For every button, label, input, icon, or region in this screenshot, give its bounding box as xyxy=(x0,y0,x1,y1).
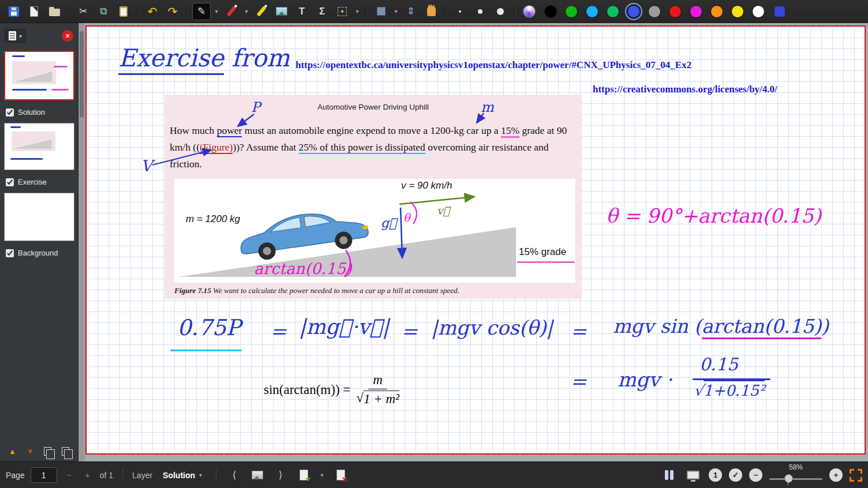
delete-page-icon xyxy=(336,470,345,481)
page-decrement-button[interactable]: − xyxy=(63,469,76,482)
scroll-down-button[interactable]: ▼ xyxy=(23,444,38,458)
paste-button[interactable] xyxy=(114,3,133,20)
page-thumbnail-current[interactable] xyxy=(4,51,74,100)
cut-button[interactable]: ✂ xyxy=(74,3,92,20)
vertical-scrollbar[interactable] xyxy=(78,23,85,461)
paired-pages-button[interactable] xyxy=(660,467,678,484)
layer-thumbnail-exercise[interactable] xyxy=(4,193,74,241)
new-document-button[interactable] xyxy=(25,3,43,20)
color-swatch-blue[interactable] xyxy=(627,5,640,18)
source-url-link[interactable]: https://opentextbc.ca/universityphysicsv… xyxy=(295,59,691,71)
pen-tool-button[interactable]: ✎ xyxy=(192,3,211,20)
select-tool-button[interactable]: ✦ xyxy=(333,3,351,20)
zoom-in-button[interactable]: + xyxy=(829,468,843,482)
hw-eq-term-3b-underlined: arctan(0.15) xyxy=(702,315,821,339)
color-swatch-light-blue[interactable] xyxy=(586,5,598,18)
color-swatch-magenta[interactable] xyxy=(690,5,702,18)
layer-thumbnail-solution[interactable] xyxy=(4,123,74,170)
next-annotated-page-button[interactable]: ⟩ xyxy=(272,467,289,484)
copy-page-button[interactable] xyxy=(40,444,55,458)
toolbar-separator xyxy=(366,4,367,19)
move-page-button[interactable] xyxy=(58,444,73,458)
previous-annotated-page-button[interactable]: ⟨ xyxy=(226,467,243,484)
open-file-button[interactable] xyxy=(45,3,63,20)
color-swatch-yellow[interactable] xyxy=(731,5,744,18)
layer-exercise-checkbox[interactable] xyxy=(6,178,14,186)
color-picker-button[interactable] xyxy=(520,3,538,20)
scroll-up-button[interactable]: ▲ xyxy=(5,444,20,458)
delete-page-button[interactable] xyxy=(332,467,349,484)
math-tex-tool-button[interactable]: Σ xyxy=(313,3,331,20)
fullscreen-button[interactable] xyxy=(850,469,862,482)
highlighter-tool-dropdown[interactable]: ▾ xyxy=(242,3,250,20)
color-swatch-teal-green[interactable] xyxy=(607,5,619,18)
thickness-thick-button[interactable] xyxy=(491,3,510,20)
color-swatch-red[interactable] xyxy=(669,5,682,18)
radicand: 1 + m² xyxy=(364,391,399,407)
close-sidebar-button[interactable]: ✕ xyxy=(62,30,73,42)
chevron-down-icon: ▾ xyxy=(356,8,358,14)
zoom-slider-handle[interactable] xyxy=(784,474,793,483)
hw-eq-term-3a: mgv sin ( xyxy=(613,315,702,337)
color-swatch-gray[interactable] xyxy=(648,5,661,18)
hw-eq-equals-2: = xyxy=(401,320,418,343)
custom-color-button[interactable] xyxy=(770,3,789,20)
highlighter-tool-button[interactable] xyxy=(222,3,241,20)
zoom-slider-track[interactable] xyxy=(769,478,822,480)
zoom-100-icon: 1 xyxy=(713,471,717,479)
license-url-link[interactable]: https://creativecommons.org/licenses/by/… xyxy=(593,84,777,95)
image-tool-button[interactable] xyxy=(272,3,291,20)
color-swatch-orange[interactable] xyxy=(710,5,723,18)
add-page-button[interactable] xyxy=(295,467,312,484)
thickness-medium-button[interactable] xyxy=(471,3,489,20)
eraser-tool-button[interactable] xyxy=(252,3,271,20)
hw-radical-symbol: √ xyxy=(694,382,704,399)
layer-background-checkbox[interactable] xyxy=(6,249,14,257)
redo-button[interactable]: ↷ xyxy=(163,3,182,20)
page-number-input[interactable] xyxy=(31,467,57,483)
chevron-down-icon: ▾ xyxy=(394,8,397,14)
move-page-icon xyxy=(62,447,69,456)
presentation-mode-button[interactable] xyxy=(684,467,702,484)
layer-row-background[interactable]: Background xyxy=(0,245,78,261)
add-page-dropdown[interactable]: ▾ xyxy=(318,467,326,484)
toolbar-separator xyxy=(137,4,139,19)
handwritten-title-word2: from xyxy=(231,44,290,72)
default-tool-button[interactable] xyxy=(249,467,266,484)
scrollbar-thumb[interactable] xyxy=(80,31,84,118)
layer-row-exercise[interactable]: Exercise xyxy=(0,174,78,190)
color-swatch-white[interactable] xyxy=(752,5,765,18)
eraser-icon xyxy=(257,6,267,16)
zoom-out-button[interactable]: − xyxy=(749,468,762,482)
page-increment-button[interactable]: + xyxy=(81,469,94,482)
select-tool-dropdown[interactable]: ▾ xyxy=(353,3,361,20)
color-swatch-black[interactable] xyxy=(544,5,557,18)
statusbar-right-group: 1 ✓ − 58% + xyxy=(660,465,862,486)
text-segment: power xyxy=(217,125,242,137)
save-button[interactable] xyxy=(5,3,23,20)
handwritten-title-word1: Exercise xyxy=(118,44,224,75)
text-tool-button[interactable]: T xyxy=(293,3,311,20)
thickness-fine-button[interactable] xyxy=(451,3,469,20)
page-label: Page xyxy=(6,471,25,480)
undo-button[interactable]: ↶ xyxy=(143,3,162,20)
zoom-fit-button[interactable]: ✓ xyxy=(729,468,742,482)
shape-tool-button[interactable] xyxy=(372,3,390,20)
vertical-space-tool-button[interactable]: ⇕ xyxy=(402,3,420,20)
zoom-slider[interactable]: 58% xyxy=(769,465,822,486)
layer-select-value: Solution xyxy=(163,471,195,480)
zoom-original-button[interactable]: 1 xyxy=(709,468,722,482)
sidebar-view-dropdown[interactable]: ▾ xyxy=(5,29,26,43)
pen-tool-dropdown[interactable]: ▾ xyxy=(212,3,220,20)
layer-row-solution[interactable]: Solution xyxy=(0,104,78,121)
hand-tool-button[interactable] xyxy=(422,3,440,20)
shape-tool-dropdown[interactable]: ▾ xyxy=(392,3,400,20)
layer-solution-checkbox[interactable] xyxy=(6,108,14,117)
layer-select-dropdown[interactable]: Solution ▾ xyxy=(158,468,207,482)
toolbar-separator xyxy=(445,4,446,19)
document-page[interactable]: Exercise from https://opentextbc.ca/univ… xyxy=(85,25,866,455)
text-segment: 25% of this power is dissipated xyxy=(299,141,425,154)
color-swatch-green[interactable] xyxy=(565,5,578,18)
copy-button[interactable]: ⧉ xyxy=(94,3,113,20)
thumbnail-decoration xyxy=(51,89,69,91)
